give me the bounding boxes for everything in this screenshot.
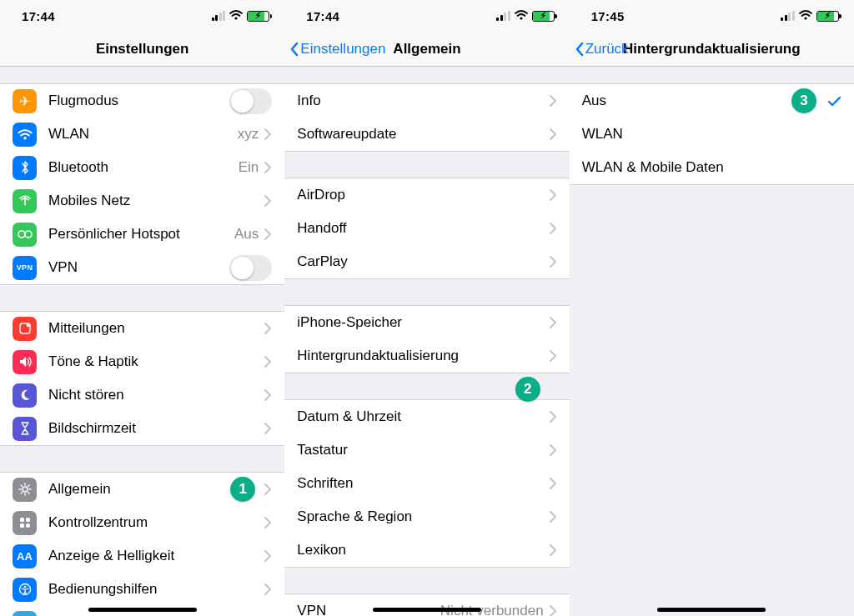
row-option-wlan[interactable]: WLAN (570, 118, 854, 151)
status-bar: 17:44 ⚡︎ (284, 0, 569, 32)
row-label: Mitteilungen (48, 320, 264, 337)
row-label: Töne & Haptik (48, 353, 264, 370)
row-display-brightness[interactable]: AA Anzeige & Helligkeit (0, 539, 284, 573)
row-keyboard[interactable]: Tastatur (284, 433, 569, 467)
chevron-left-icon (575, 42, 585, 57)
row-label: Bluetooth (48, 159, 239, 176)
chevron-right-icon (264, 128, 272, 140)
chevron-right-icon (549, 411, 557, 423)
row-dictionary[interactable]: Lexikon (284, 533, 569, 567)
accessibility-icon (13, 578, 37, 602)
signal-icon (496, 12, 510, 21)
row-accessibility[interactable]: Bedienungshilfen (0, 573, 284, 606)
chevron-right-icon (264, 550, 272, 562)
row-screen-time[interactable]: Bildschirmzeit (0, 412, 284, 445)
row-iphone-storage[interactable]: iPhone-Speicher (284, 306, 569, 339)
chevron-right-icon (549, 256, 557, 268)
sounds-icon (13, 350, 37, 374)
airplane-toggle[interactable] (229, 88, 272, 114)
svg-point-6 (23, 487, 28, 492)
row-mobile-data[interactable]: Mobiles Netz (0, 184, 284, 218)
chevron-right-icon (549, 511, 557, 523)
antenna-icon (13, 189, 37, 213)
status-time: 17:44 (22, 9, 55, 23)
row-label: WLAN (582, 126, 841, 143)
row-handoff[interactable]: Handoff (284, 212, 569, 245)
row-airdrop[interactable]: AirDrop (284, 178, 569, 212)
svg-point-10 (26, 523, 30, 528)
chevron-right-icon (549, 605, 557, 616)
screen-background-refresh: 17:45 ⚡︎ Zurück Hintergrundaktualisierun… (570, 0, 854, 616)
row-sounds[interactable]: Töne & Haptik (0, 345, 284, 378)
status-bar: 17:45 ⚡︎ (570, 0, 854, 32)
chevron-right-icon (549, 95, 557, 107)
row-label: Flugmodus (48, 93, 229, 109)
row-fonts[interactable]: Schriften (284, 467, 569, 500)
row-detail: Ein (239, 159, 259, 176)
row-label: Nicht stören (48, 387, 264, 403)
row-label: Info (297, 93, 548, 109)
row-language-region[interactable]: Sprache & Region (284, 500, 569, 533)
status-time: 17:45 (591, 9, 625, 23)
svg-point-12 (23, 586, 26, 588)
row-option-wlan-mobile[interactable]: WLAN & Mobile Daten (570, 151, 854, 184)
row-carplay[interactable]: CarPlay (284, 245, 569, 278)
row-label: Datum & Uhrzeit (297, 408, 548, 425)
nav-bar: Zurück Hintergrundaktualisierung (570, 32, 854, 67)
row-label: iPhone-Speicher (297, 314, 548, 331)
row-bluetooth[interactable]: Bluetooth Ein (0, 151, 284, 184)
row-vpn[interactable]: VPN Nicht verbunden (284, 594, 569, 616)
row-info[interactable]: Info (284, 84, 569, 118)
row-date-time[interactable]: Datum & Uhrzeit (284, 400, 569, 433)
home-indicator[interactable] (373, 608, 481, 612)
bluetooth-icon (13, 156, 37, 180)
chevron-right-icon (264, 162, 272, 173)
back-button[interactable]: Einstellungen (289, 41, 385, 58)
nav-title: Einstellungen (96, 41, 188, 58)
back-button[interactable]: Zurück (575, 41, 629, 58)
row-label: Mobiles Netz (48, 193, 264, 209)
row-label: CarPlay (297, 253, 548, 270)
home-indicator[interactable] (657, 608, 766, 612)
row-detail: xyz (238, 126, 259, 143)
gear-icon (13, 478, 37, 502)
chevron-right-icon (264, 517, 272, 528)
nav-bar: Einstellungen Allgemein (284, 32, 569, 67)
vpn-toggle[interactable] (229, 255, 272, 281)
chevron-right-icon (549, 444, 557, 456)
row-background-app-refresh[interactable]: Hintergrundaktualisierung 2 (284, 339, 569, 373)
notifications-icon (13, 317, 37, 341)
row-wlan[interactable]: WLAN xyz (0, 118, 284, 151)
home-indicator[interactable] (88, 608, 197, 612)
row-label: Hintergrundaktualisierung (297, 348, 548, 364)
chevron-right-icon (549, 223, 557, 234)
row-label: Softwareupdate (297, 126, 548, 143)
row-detail: Aus (234, 226, 259, 243)
row-label: Sprache & Region (297, 508, 548, 525)
nav-title: Allgemein (393, 41, 460, 58)
row-label: Persönlicher Hotspot (48, 226, 234, 243)
chevron-right-icon (264, 389, 272, 401)
svg-rect-7 (20, 518, 24, 522)
chevron-right-icon (264, 356, 272, 368)
row-label: WLAN & Mobile Daten (582, 159, 841, 176)
row-label: Anzeige & Helligkeit (48, 548, 264, 564)
signal-icon (212, 12, 226, 21)
signal-icon (781, 12, 795, 21)
row-option-off[interactable]: Aus 3 (570, 84, 854, 118)
battery-icon: ⚡︎ (247, 11, 269, 22)
row-control-center[interactable]: Kontrollzentrum (0, 506, 284, 539)
row-label: Tastatur (297, 442, 548, 458)
row-vpn[interactable]: VPN VPN (0, 251, 284, 284)
row-software-update[interactable]: Softwareupdate (284, 118, 569, 151)
chevron-right-icon (549, 189, 557, 201)
row-notifications[interactable]: Mitteilungen (0, 312, 284, 345)
svg-point-3 (25, 231, 32, 238)
chevron-right-icon (549, 317, 557, 328)
row-personal-hotspot[interactable]: Persönlicher Hotspot Aus (0, 218, 284, 251)
row-airplane-mode[interactable]: ✈︎ Flugmodus (0, 84, 284, 118)
row-do-not-disturb[interactable]: Nicht stören (0, 378, 284, 412)
chevron-right-icon (549, 350, 557, 362)
svg-rect-8 (26, 518, 30, 522)
row-general[interactable]: Allgemein 1 (0, 473, 284, 506)
